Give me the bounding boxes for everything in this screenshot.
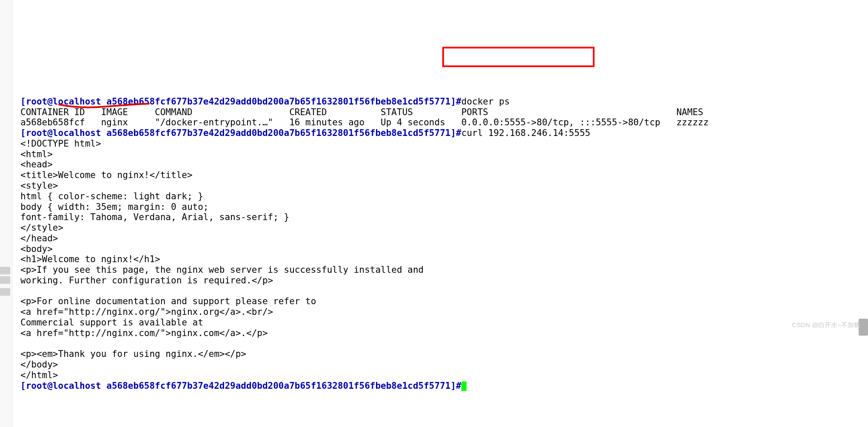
curl-output-line: </head> [20, 233, 58, 243]
shell-prompt: [root@localhost a568eb658fcf677b37e42d29… [20, 381, 461, 391]
gutter-mark [0, 276, 10, 284]
curl-output-line: <head> [20, 159, 53, 170]
curl-output-line: <h1>Welcome to nginx!</h1> [20, 254, 160, 264]
shell-prompt: [root@localhost a568eb658fcf677b37e42d29… [20, 128, 461, 138]
curl-output-line: <p><em>Thank you for using nginx.</em></… [20, 349, 246, 359]
curl-output-line: <a href="http://nginx.org/">nginx.org</a… [20, 307, 273, 317]
curl-output-line: <!DOCTYPE html> [20, 139, 101, 149]
curl-output-line: <a href="http://nginx.com/">nginx.com</a… [20, 328, 268, 338]
curl-output-line: </html> [20, 370, 58, 380]
annotation-red-box [442, 47, 595, 67]
gutter-mark [0, 288, 10, 296]
curl-output-line: font-family: Tahoma, Verdana, Arial, san… [20, 212, 289, 222]
terminal-output[interactable]: [root@localhost a568eb658fcf677b37e42d29… [0, 86, 868, 391]
terminal-cursor [461, 382, 467, 391]
gutter-mark [0, 267, 10, 274]
curl-output-line: </body> [20, 359, 58, 370]
curl-output-line: <p>For online documentation and support … [20, 296, 316, 306]
watermark-text: CSDN @白开水~不加糖 [792, 321, 860, 329]
command-text: docker ps [461, 96, 510, 107]
curl-output-line: body { width: 35em; margin: 0 auto; [20, 202, 209, 212]
docker-ps-row: a568eb658fcf nginx "/docker-entrypoint.…… [20, 117, 709, 127]
curl-output-line: Commercial support is available at [20, 317, 203, 328]
editor-left-gutter [0, 0, 13, 427]
curl-output-line: <body> [20, 244, 53, 254]
curl-output-line: <title>Welcome to nginx!</title> [20, 170, 193, 180]
curl-output-line: </style> [20, 223, 63, 233]
curl-output-line: html { color-scheme: light dark; } [20, 191, 203, 201]
docker-ps-header: CONTAINER ID IMAGE COMMAND CREATED STATU… [20, 107, 703, 117]
curl-output-line: <html> [20, 149, 53, 159]
curl-output-line: <style> [20, 181, 58, 191]
curl-output-line: working. Further configuration is requir… [20, 275, 273, 286]
command-text: curl 192.168.246.14:5555 [461, 128, 590, 138]
shell-prompt: [root@localhost a568eb658fcf677b37e42d29… [20, 96, 461, 107]
curl-output-line: <p>If you see this page, the nginx web s… [20, 265, 424, 275]
